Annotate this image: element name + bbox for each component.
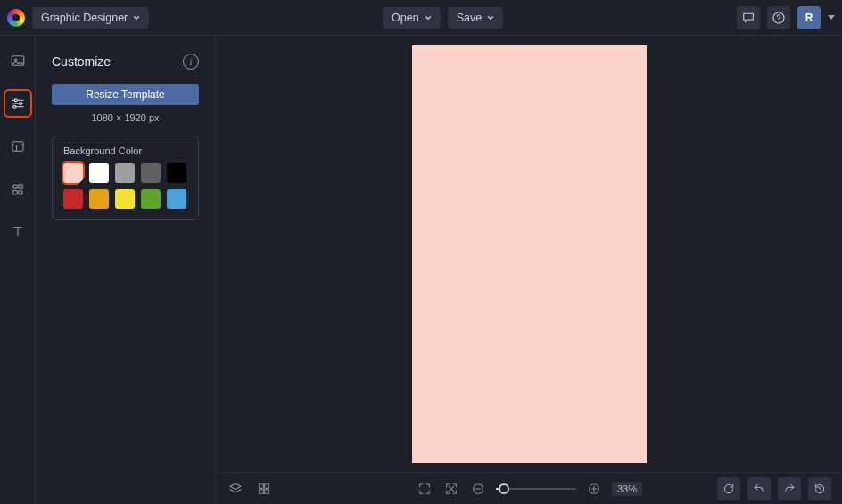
help-icon bbox=[772, 11, 786, 25]
refresh-button[interactable] bbox=[717, 477, 740, 500]
grid-button[interactable] bbox=[255, 480, 273, 498]
minus-circle-icon bbox=[471, 482, 485, 496]
history-button[interactable] bbox=[808, 477, 831, 500]
rail-shapes[interactable] bbox=[5, 177, 30, 202]
fullscreen-button[interactable] bbox=[416, 480, 433, 498]
chevron-down-icon bbox=[133, 14, 140, 21]
swatch-7[interactable] bbox=[115, 189, 135, 209]
canvas-wrap: 33% bbox=[216, 36, 842, 504]
text-icon bbox=[10, 224, 26, 240]
footer-bar: 33% bbox=[216, 472, 842, 504]
canvas-area[interactable] bbox=[216, 36, 842, 472]
svg-rect-15 bbox=[265, 489, 269, 493]
redo-button[interactable] bbox=[778, 477, 801, 500]
top-right: R bbox=[737, 6, 835, 29]
main-area: Customize i Resize Template 1080 × 1920 … bbox=[0, 36, 842, 504]
zoom-percent: 33% bbox=[612, 482, 642, 496]
open-button[interactable]: Open bbox=[383, 7, 441, 29]
avatar-initial: R bbox=[805, 12, 813, 24]
footer-right bbox=[717, 477, 831, 500]
footer-left bbox=[227, 480, 273, 498]
zoom-slider[interactable] bbox=[496, 488, 576, 490]
refresh-icon bbox=[722, 483, 735, 495]
swatch-2[interactable] bbox=[115, 163, 135, 183]
help-button[interactable] bbox=[767, 6, 790, 29]
save-label: Save bbox=[457, 12, 483, 24]
fullscreen-icon bbox=[417, 482, 432, 496]
zoom-out-button[interactable] bbox=[469, 480, 487, 498]
layers-button[interactable] bbox=[227, 480, 244, 498]
image-icon bbox=[10, 53, 26, 69]
svg-point-5 bbox=[19, 103, 21, 105]
svg-rect-14 bbox=[260, 489, 264, 493]
svg-point-11 bbox=[18, 191, 22, 195]
svg-point-4 bbox=[14, 99, 17, 102]
shapes-icon bbox=[10, 181, 26, 197]
customize-panel: Customize i Resize Template 1080 × 1920 … bbox=[36, 36, 216, 504]
rail-image[interactable] bbox=[5, 48, 30, 73]
chevron-down-icon bbox=[487, 14, 494, 21]
tool-rail bbox=[0, 36, 36, 504]
template-dimensions: 1080 × 1920 px bbox=[52, 112, 199, 123]
fit-button[interactable] bbox=[442, 480, 460, 498]
resize-template-button[interactable]: Resize Template bbox=[52, 84, 199, 105]
app-logo bbox=[7, 9, 25, 27]
history-icon bbox=[813, 483, 826, 495]
zoom-in-button[interactable] bbox=[585, 480, 603, 498]
comments-button[interactable] bbox=[737, 6, 760, 29]
plus-circle-icon bbox=[587, 482, 601, 496]
undo-icon bbox=[753, 483, 765, 495]
swatch-grid bbox=[63, 163, 187, 209]
svg-rect-12 bbox=[260, 483, 264, 488]
top-bar: Graphic Designer Open Save R bbox=[0, 0, 842, 36]
save-button[interactable]: Save bbox=[448, 7, 504, 29]
open-label: Open bbox=[392, 12, 419, 24]
chevron-down-icon bbox=[425, 14, 432, 21]
swatch-1[interactable] bbox=[89, 163, 109, 183]
swatch-9[interactable] bbox=[167, 189, 186, 209]
swatch-4[interactable] bbox=[167, 163, 186, 183]
sliders-icon bbox=[10, 95, 26, 112]
swatch-6[interactable] bbox=[89, 189, 109, 209]
artboard[interactable] bbox=[412, 45, 647, 463]
resize-label: Resize Template bbox=[86, 88, 165, 101]
fit-icon bbox=[444, 482, 458, 496]
layers-icon bbox=[228, 482, 243, 496]
redo-icon bbox=[783, 483, 796, 495]
svg-rect-10 bbox=[12, 191, 17, 195]
rail-customize[interactable] bbox=[5, 91, 30, 116]
svg-rect-7 bbox=[12, 142, 23, 152]
swatch-3[interactable] bbox=[141, 163, 161, 183]
panel-header: Customize i bbox=[52, 54, 199, 70]
layout-icon bbox=[10, 138, 26, 154]
top-center: Open Save bbox=[383, 7, 503, 29]
undo-button[interactable] bbox=[747, 477, 771, 500]
avatar[interactable]: R bbox=[797, 6, 821, 29]
grid-icon bbox=[257, 482, 271, 496]
swatch-8[interactable] bbox=[141, 189, 161, 209]
swatch-5[interactable] bbox=[63, 189, 83, 209]
rail-text[interactable] bbox=[5, 219, 30, 244]
panel-title: Customize bbox=[52, 54, 111, 69]
info-button[interactable]: i bbox=[183, 54, 199, 70]
app-name-label: Graphic Designer bbox=[41, 12, 128, 24]
chat-icon bbox=[741, 11, 755, 25]
svg-point-1 bbox=[779, 20, 780, 21]
svg-rect-13 bbox=[265, 483, 269, 488]
svg-point-3 bbox=[14, 59, 16, 61]
swatch-0[interactable] bbox=[63, 163, 83, 183]
footer-center: 33% bbox=[416, 480, 642, 498]
svg-point-8 bbox=[12, 185, 17, 189]
svg-point-6 bbox=[12, 105, 15, 108]
slider-thumb[interactable] bbox=[499, 483, 509, 494]
background-label: Background Color bbox=[63, 145, 187, 156]
rail-templates[interactable] bbox=[5, 134, 30, 159]
app-name-dropdown[interactable]: Graphic Designer bbox=[32, 7, 149, 29]
background-card: Background Color bbox=[52, 136, 199, 220]
account-menu-toggle[interactable] bbox=[828, 15, 835, 20]
svg-rect-9 bbox=[18, 185, 22, 189]
